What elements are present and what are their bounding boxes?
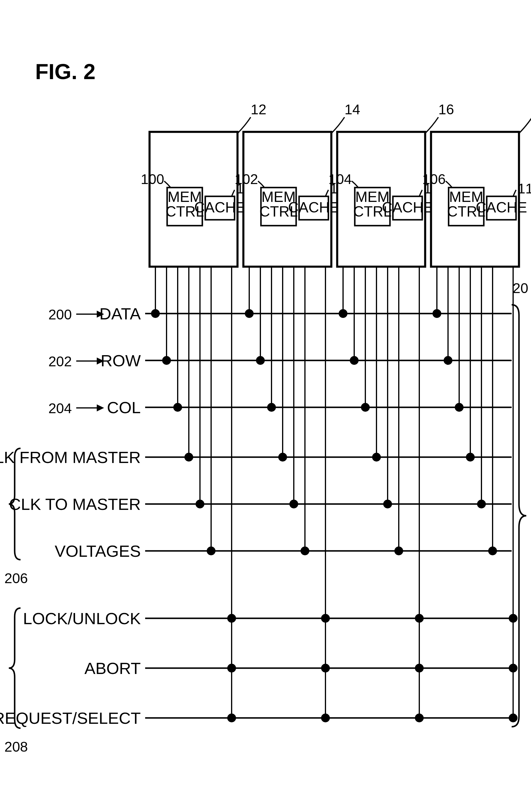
svg-point-112	[509, 714, 517, 722]
svg-point-76	[350, 357, 358, 364]
svg-point-78	[362, 404, 369, 411]
bus-label-clkfrom: CLK FROM MASTER	[0, 448, 141, 466]
brace-206: 206	[4, 448, 28, 586]
svg-point-86	[416, 614, 423, 622]
brace-20: 20	[512, 280, 528, 727]
svg-text:202: 202	[48, 354, 72, 369]
svg-point-38	[207, 547, 215, 555]
bus-label-req: REQUEST/SELECT	[0, 709, 141, 727]
svg-point-30	[163, 357, 170, 364]
svg-point-40	[228, 614, 235, 622]
svg-text:CACHE: CACHE	[288, 199, 339, 216]
svg-point-63	[322, 664, 329, 672]
svg-point-41	[228, 664, 235, 672]
brace-208: 208	[4, 608, 28, 755]
svg-text:16: 16	[438, 102, 454, 117]
svg-point-36	[196, 500, 204, 508]
svg-point-84	[395, 547, 403, 555]
svg-point-111	[509, 664, 517, 672]
svg-point-32	[174, 404, 181, 411]
svg-point-50	[246, 310, 253, 317]
svg-text:20: 20	[513, 280, 528, 296]
svg-point-82	[384, 500, 391, 508]
ref-arrows: 200 202 204	[48, 307, 104, 416]
svg-point-54	[268, 404, 275, 411]
bus-label-data: DATA	[99, 304, 141, 323]
svg-point-88	[416, 714, 423, 722]
svg-point-110	[509, 614, 517, 622]
svg-text:204: 204	[48, 401, 72, 416]
module-4: 18 106 116 MEMCTRL CACHE	[422, 102, 531, 722]
svg-text:CACHE: CACHE	[382, 199, 433, 216]
cache-label: CACHE	[194, 199, 246, 216]
bus-label-volt: VOLTAGES	[55, 542, 141, 560]
svg-point-34	[185, 453, 193, 461]
svg-point-28	[152, 310, 159, 317]
svg-point-42	[228, 714, 235, 722]
svg-point-87	[416, 664, 423, 672]
svg-text:CACHE: CACHE	[476, 199, 527, 216]
svg-text:12: 12	[251, 102, 266, 117]
svg-point-98	[433, 310, 441, 317]
svg-point-100	[444, 357, 452, 364]
svg-text:102: 102	[235, 171, 258, 187]
svg-point-106	[478, 500, 485, 508]
svg-point-74	[339, 310, 347, 317]
bus-label-col: COL	[107, 398, 141, 417]
svg-text:206: 206	[4, 570, 28, 586]
bus-label-row: ROW	[101, 351, 141, 370]
svg-point-52	[256, 357, 264, 364]
figure-label: FIG. 2	[35, 59, 96, 84]
svg-point-62	[322, 614, 329, 622]
svg-text:100: 100	[141, 171, 164, 187]
svg-text:200: 200	[48, 307, 72, 322]
svg-point-108	[489, 547, 497, 555]
bus-label-abort: ABORT	[84, 659, 141, 678]
svg-marker-17	[97, 404, 104, 411]
svg-text:106: 106	[422, 171, 446, 187]
diagram-root: FIG. 2 DATA ROW COL CLK FROM MASTER CLK …	[0, 0, 531, 812]
svg-point-60	[301, 547, 309, 555]
svg-point-80	[373, 453, 380, 461]
svg-point-56	[279, 453, 287, 461]
svg-point-64	[322, 714, 329, 722]
svg-point-102	[455, 404, 463, 411]
svg-text:208: 208	[4, 739, 28, 755]
svg-text:116: 116	[518, 181, 531, 196]
bus-label-clkto: CLK TO MASTER	[9, 495, 141, 513]
svg-text:14: 14	[345, 102, 360, 117]
svg-point-58	[290, 500, 298, 508]
svg-text:104: 104	[329, 171, 352, 187]
svg-point-104	[466, 453, 474, 461]
bus-label-lock: LOCK/UNLOCK	[23, 609, 141, 628]
